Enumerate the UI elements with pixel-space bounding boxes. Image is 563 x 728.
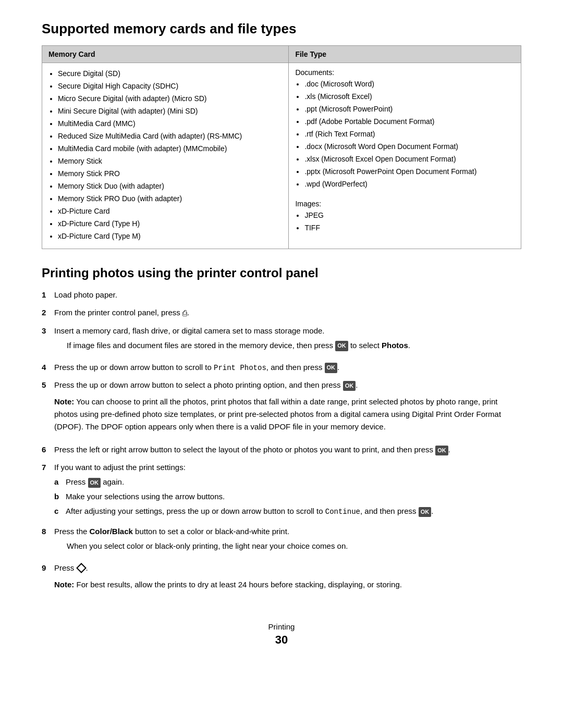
list-item: .xls (Microsoft Excel) [304,91,515,102]
step-3-number: 3 [42,325,54,356]
list-item: .docx (Microsoft Word Open Document Form… [304,141,515,152]
step-7-content: If you want to adjust the print settings… [54,461,521,520]
ok-badge-7a: OK [88,478,101,488]
step-8-number: 8 [42,525,54,557]
diamond-icon [76,563,87,573]
images-label: Images: [295,200,515,208]
step-4-content: Press the up or down arrow button to scr… [54,361,521,374]
list-item: JPEG [304,210,515,221]
step-5-number: 5 [42,379,54,438]
step-8-extra: When you select color or black-only prin… [67,540,521,552]
step-3: 3 Insert a memory card, flash drive, or … [42,325,521,356]
footer-label: Printing [42,622,521,631]
file-types-cell: Documents: .doc (Microsoft Word).xls (Mi… [289,63,521,249]
page-number: 30 [275,633,288,646]
list-item: Secure Digital High Capacity (SDHC) [58,81,282,92]
list-item: xD-Picture Card (Type M) [58,231,282,242]
col2-header: File Type [289,46,521,63]
list-item: .pptx (Microsoft PowerPoint Open Documen… [304,166,515,177]
step-2-content: From the printer control panel, press ⎙. [54,306,521,319]
docs-label: Documents: [295,68,515,77]
step-6: 6 Press the left or right arrow button t… [42,443,521,456]
list-item: Memory Stick [58,156,282,167]
list-item: .pdf (Adobe Portable Document Format) [304,116,515,127]
step-1-number: 1 [42,289,54,301]
step-6-number: 6 [42,443,54,456]
step-5-content: Press the up or down arrow button to sel… [54,379,521,438]
step-3-content: Insert a memory card, flash drive, or di… [54,325,521,356]
step-7-substeps: a Press OK again. b Make your selections… [54,476,521,517]
list-item: MultiMedia Card (MMC) [58,118,282,129]
ok-badge-6: OK [435,446,448,456]
step-8: 8 Press the Color/Black button to set a … [42,525,521,557]
list-item: TIFF [304,223,515,233]
list-item: MultiMedia Card mobile (with adapter) (M… [58,143,282,154]
print-steps-section: 1 Load photo paper. 2 From the printer c… [42,289,521,596]
page-footer: Printing 30 [42,622,521,647]
list-item: Memory Stick Duo (with adapter) [58,181,282,192]
step-5-note: Note: You can choose to print all the ph… [54,396,521,433]
step-9-number: 9 [42,562,54,596]
printer-icon: ⎙ [182,307,187,319]
list-item: Secure Digital (SD) [58,68,282,79]
step-9-content: Press . Note: For best results, allow th… [54,562,521,596]
list-item: xD-Picture Card (Type H) [58,218,282,229]
step-7-number: 7 [42,461,54,520]
list-item: Memory Stick PRO Duo (with adapter) [58,193,282,204]
docs-list: .doc (Microsoft Word).xls (Microsoft Exc… [295,79,515,190]
ok-badge-7c: OK [419,507,432,517]
step-3-note: If image files and document files are st… [67,339,521,352]
step-2: 2 From the printer control panel, press … [42,306,521,319]
step-4: 4 Press the up or down arrow button to s… [42,361,521,374]
step-7b: b Make your selections using the arrow b… [54,490,521,503]
list-item: .doc (Microsoft Word) [304,79,515,90]
memory-cards-cell: Secure Digital (SD)Secure Digital High C… [42,63,289,249]
list-item: .rtf (Rich Text Format) [304,129,515,140]
list-item: xD-Picture Card [58,206,282,217]
step-6-content: Press the left or right arrow button to … [54,443,521,456]
list-item: Reduced Size MultiMedia Card (with adapt… [58,131,282,142]
list-item: Mini Secure Digital (with adapter) (Mini… [58,106,282,117]
list-item: .wpd (WordPerfect) [304,179,515,190]
col1-header: Memory Card [42,46,289,63]
section1-title: Supported memory cards and file types [42,21,521,37]
images-list: JPEGTIFF [295,210,515,233]
step-7c: c After adjusting your settings, press t… [54,505,521,517]
step-9-note: Note: For best results, allow the prints… [54,578,521,591]
ok-badge-3: OK [335,341,348,351]
step-4-number: 4 [42,361,54,374]
ok-badge-4: OK [325,363,338,373]
step-7: 7 If you want to adjust the print settin… [42,461,521,520]
step-2-number: 2 [42,306,54,319]
step-9: 9 Press . Note: For best results, allow … [42,562,521,596]
step-1: 1 Load photo paper. [42,289,521,301]
list-item: .xlsx (Microsoft Excel Open Document For… [304,154,515,165]
step-8-content: Press the Color/Black button to set a co… [54,525,521,557]
step-7a: a Press OK again. [54,476,521,488]
ok-badge-5: OK [343,381,356,391]
section2-title: Printing photos using the printer contro… [42,266,521,280]
memory-cards-table: Memory Card File Type Secure Digital (SD… [42,45,521,249]
memory-cards-list: Secure Digital (SD)Secure Digital High C… [48,68,282,242]
list-item: .ppt (Microsoft PowerPoint) [304,104,515,115]
step-1-content: Load photo paper. [54,289,521,301]
list-item: Memory Stick PRO [58,168,282,179]
step-5: 5 Press the up or down arrow button to s… [42,379,521,438]
list-item: Micro Secure Digital (with adapter) (Mic… [58,93,282,104]
